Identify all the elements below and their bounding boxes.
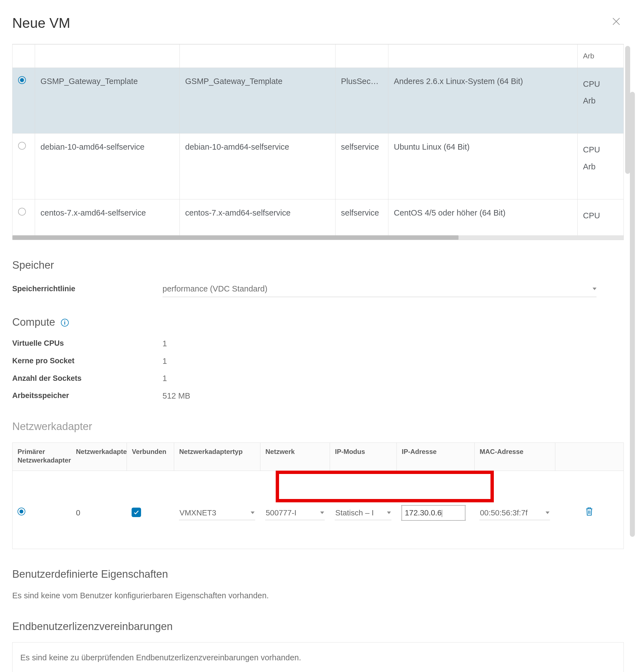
template-row[interactable]: centos-7.x-amd64-selfservice centos-7.x-… (13, 199, 623, 235)
custom-heading: Benutzerdefinierte Eigenschaften (12, 567, 624, 582)
cores-value: 1 (162, 355, 167, 367)
nic-connected-checkbox[interactable] (132, 508, 141, 517)
storage-policy-select[interactable]: performance (VDC Standard) (162, 281, 596, 297)
chevron-down-icon (251, 511, 255, 514)
custom-text: Es sind keine vom Benutzer konfigurierba… (12, 590, 624, 602)
nic-index: 0 (71, 505, 126, 518)
vcpu-value: 1 (162, 338, 167, 349)
nic-mac-select[interactable]: 00:50:56:3f:7f (479, 506, 550, 520)
nic-row: 0 VMXNET3 500777-I Statisch – I (13, 471, 623, 549)
radio-unselected[interactable] (18, 142, 26, 150)
nic-ipmode-select[interactable]: Statisch – I (335, 506, 392, 520)
nic-type-select[interactable]: VMXNET3 (179, 506, 255, 520)
new-vm-dialog: Neue VM Arb GSMP_Gateway_Template GSMP_G… (0, 0, 636, 672)
eula-heading: Endbenutzerlizenzvereinbarungen (12, 619, 624, 634)
storage-policy-label: Speicherrichtlinie (12, 284, 162, 294)
nic-ip-input[interactable]: 172.30.0.6 (401, 505, 465, 521)
template-vscroll[interactable] (625, 46, 630, 174)
close-icon[interactable] (612, 17, 621, 26)
eula-box: Es sind keine zu überprüfenden Endbenutz… (12, 642, 624, 672)
nic-header-row: Primärer Netzwerkadapter Netzwerkadapter… (13, 443, 623, 471)
chevron-down-icon (593, 288, 596, 290)
radio-unselected[interactable] (18, 208, 26, 216)
chevron-down-icon (387, 511, 391, 514)
dialog-title: Neue VM (12, 13, 624, 33)
trash-icon[interactable] (585, 509, 593, 518)
nic-network-select[interactable]: 500777-I (265, 506, 325, 520)
nic-table: Primärer Netzwerkadapter Netzwerkadapter… (12, 443, 624, 549)
sockets-value: 1 (162, 373, 167, 384)
template-table: Arb GSMP_Gateway_Template GSMP_Gateway_T… (12, 44, 624, 240)
nic-primary-radio[interactable] (18, 508, 25, 515)
radio-selected[interactable] (18, 76, 26, 84)
chevron-down-icon (545, 511, 550, 514)
chevron-down-icon (320, 511, 324, 514)
template-row[interactable]: debian-10-amd64-selfservice debian-10-am… (13, 134, 623, 199)
memory-value: 512 MB (162, 390, 190, 402)
col-overflow: Arb (577, 44, 623, 68)
compute-heading: Compute i (12, 315, 624, 330)
storage-heading: Speicher (12, 258, 624, 272)
template-hscroll[interactable] (13, 235, 623, 240)
nic-heading: Netzwerkadapter (12, 419, 624, 434)
info-icon[interactable]: i (61, 319, 69, 327)
template-row[interactable]: GSMP_Gateway_Template GSMP_Gateway_Templ… (13, 67, 623, 134)
dialog-vscroll[interactable] (630, 92, 635, 537)
